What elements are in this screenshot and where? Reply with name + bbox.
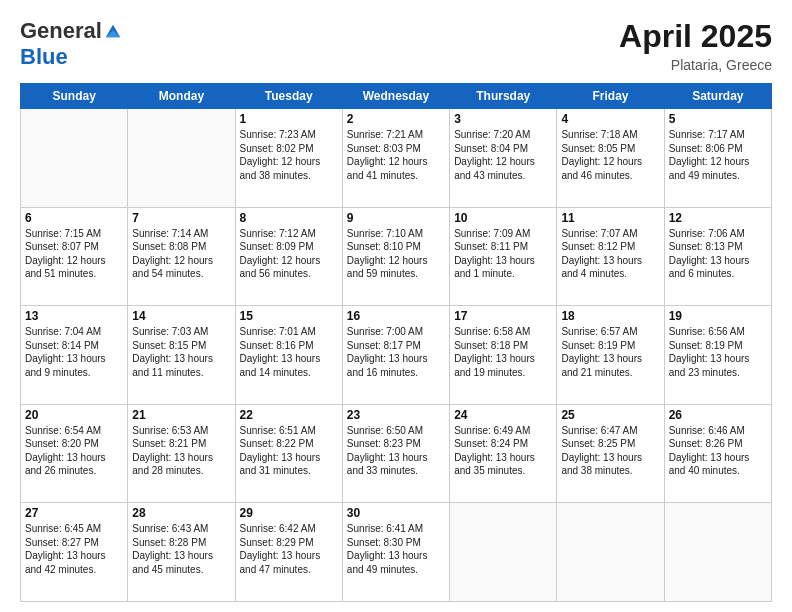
calendar-cell: 28Sunrise: 6:43 AMSunset: 8:28 PMDayligh… — [128, 503, 235, 602]
calendar-cell: 13Sunrise: 7:04 AMSunset: 8:14 PMDayligh… — [21, 306, 128, 405]
day-number: 12 — [669, 211, 767, 225]
calendar-cell: 19Sunrise: 6:56 AMSunset: 8:19 PMDayligh… — [664, 306, 771, 405]
calendar-cell — [128, 109, 235, 208]
day-of-week-header: Saturday — [664, 84, 771, 109]
day-info: Sunrise: 7:07 AMSunset: 8:12 PMDaylight:… — [561, 227, 659, 281]
day-number: 5 — [669, 112, 767, 126]
day-info: Sunrise: 6:42 AMSunset: 8:29 PMDaylight:… — [240, 522, 338, 576]
logo-icon — [104, 22, 122, 40]
day-info: Sunrise: 7:15 AMSunset: 8:07 PMDaylight:… — [25, 227, 123, 281]
page: General Blue April 2025 Plataria, Greece… — [0, 0, 792, 612]
calendar-cell: 20Sunrise: 6:54 AMSunset: 8:20 PMDayligh… — [21, 404, 128, 503]
day-number: 21 — [132, 408, 230, 422]
calendar-week-row: 6Sunrise: 7:15 AMSunset: 8:07 PMDaylight… — [21, 207, 772, 306]
day-info: Sunrise: 7:12 AMSunset: 8:09 PMDaylight:… — [240, 227, 338, 281]
day-number: 4 — [561, 112, 659, 126]
day-number: 20 — [25, 408, 123, 422]
day-info: Sunrise: 6:54 AMSunset: 8:20 PMDaylight:… — [25, 424, 123, 478]
location: Plataria, Greece — [619, 57, 772, 73]
day-number: 14 — [132, 309, 230, 323]
calendar-cell: 26Sunrise: 6:46 AMSunset: 8:26 PMDayligh… — [664, 404, 771, 503]
day-number: 22 — [240, 408, 338, 422]
day-info: Sunrise: 7:00 AMSunset: 8:17 PMDaylight:… — [347, 325, 445, 379]
day-of-week-header: Friday — [557, 84, 664, 109]
day-number: 19 — [669, 309, 767, 323]
day-info: Sunrise: 6:46 AMSunset: 8:26 PMDaylight:… — [669, 424, 767, 478]
month-title: April 2025 — [619, 18, 772, 55]
calendar-cell: 7Sunrise: 7:14 AMSunset: 8:08 PMDaylight… — [128, 207, 235, 306]
day-info: Sunrise: 7:06 AMSunset: 8:13 PMDaylight:… — [669, 227, 767, 281]
logo: General Blue — [20, 18, 122, 70]
calendar-week-row: 27Sunrise: 6:45 AMSunset: 8:27 PMDayligh… — [21, 503, 772, 602]
day-info: Sunrise: 7:10 AMSunset: 8:10 PMDaylight:… — [347, 227, 445, 281]
day-number: 8 — [240, 211, 338, 225]
calendar-cell: 15Sunrise: 7:01 AMSunset: 8:16 PMDayligh… — [235, 306, 342, 405]
day-info: Sunrise: 7:18 AMSunset: 8:05 PMDaylight:… — [561, 128, 659, 182]
day-info: Sunrise: 7:17 AMSunset: 8:06 PMDaylight:… — [669, 128, 767, 182]
day-info: Sunrise: 7:14 AMSunset: 8:08 PMDaylight:… — [132, 227, 230, 281]
day-info: Sunrise: 6:57 AMSunset: 8:19 PMDaylight:… — [561, 325, 659, 379]
day-number: 1 — [240, 112, 338, 126]
calendar-cell: 11Sunrise: 7:07 AMSunset: 8:12 PMDayligh… — [557, 207, 664, 306]
calendar-cell: 24Sunrise: 6:49 AMSunset: 8:24 PMDayligh… — [450, 404, 557, 503]
day-number: 11 — [561, 211, 659, 225]
day-info: Sunrise: 6:50 AMSunset: 8:23 PMDaylight:… — [347, 424, 445, 478]
calendar-cell: 1Sunrise: 7:23 AMSunset: 8:02 PMDaylight… — [235, 109, 342, 208]
day-number: 9 — [347, 211, 445, 225]
logo-text: General — [20, 18, 122, 44]
day-number: 24 — [454, 408, 552, 422]
day-number: 7 — [132, 211, 230, 225]
day-info: Sunrise: 7:21 AMSunset: 8:03 PMDaylight:… — [347, 128, 445, 182]
day-info: Sunrise: 6:45 AMSunset: 8:27 PMDaylight:… — [25, 522, 123, 576]
day-number: 2 — [347, 112, 445, 126]
day-info: Sunrise: 7:23 AMSunset: 8:02 PMDaylight:… — [240, 128, 338, 182]
calendar-cell — [21, 109, 128, 208]
calendar-cell: 9Sunrise: 7:10 AMSunset: 8:10 PMDaylight… — [342, 207, 449, 306]
calendar-cell: 29Sunrise: 6:42 AMSunset: 8:29 PMDayligh… — [235, 503, 342, 602]
calendar-week-row: 1Sunrise: 7:23 AMSunset: 8:02 PMDaylight… — [21, 109, 772, 208]
calendar-cell: 4Sunrise: 7:18 AMSunset: 8:05 PMDaylight… — [557, 109, 664, 208]
title-block: April 2025 Plataria, Greece — [619, 18, 772, 73]
header: General Blue April 2025 Plataria, Greece — [20, 18, 772, 73]
day-number: 18 — [561, 309, 659, 323]
day-info: Sunrise: 7:01 AMSunset: 8:16 PMDaylight:… — [240, 325, 338, 379]
calendar-cell: 27Sunrise: 6:45 AMSunset: 8:27 PMDayligh… — [21, 503, 128, 602]
calendar-cell: 21Sunrise: 6:53 AMSunset: 8:21 PMDayligh… — [128, 404, 235, 503]
logo-general: General — [20, 18, 102, 44]
day-number: 26 — [669, 408, 767, 422]
calendar-cell: 8Sunrise: 7:12 AMSunset: 8:09 PMDaylight… — [235, 207, 342, 306]
day-info: Sunrise: 7:09 AMSunset: 8:11 PMDaylight:… — [454, 227, 552, 281]
calendar-week-row: 13Sunrise: 7:04 AMSunset: 8:14 PMDayligh… — [21, 306, 772, 405]
day-info: Sunrise: 6:41 AMSunset: 8:30 PMDaylight:… — [347, 522, 445, 576]
day-info: Sunrise: 6:58 AMSunset: 8:18 PMDaylight:… — [454, 325, 552, 379]
calendar-cell: 6Sunrise: 7:15 AMSunset: 8:07 PMDaylight… — [21, 207, 128, 306]
calendar-cell: 17Sunrise: 6:58 AMSunset: 8:18 PMDayligh… — [450, 306, 557, 405]
day-info: Sunrise: 7:20 AMSunset: 8:04 PMDaylight:… — [454, 128, 552, 182]
day-info: Sunrise: 6:49 AMSunset: 8:24 PMDaylight:… — [454, 424, 552, 478]
day-of-week-header: Wednesday — [342, 84, 449, 109]
day-info: Sunrise: 6:51 AMSunset: 8:22 PMDaylight:… — [240, 424, 338, 478]
calendar-cell: 2Sunrise: 7:21 AMSunset: 8:03 PMDaylight… — [342, 109, 449, 208]
calendar-cell: 25Sunrise: 6:47 AMSunset: 8:25 PMDayligh… — [557, 404, 664, 503]
calendar-header-row: SundayMondayTuesdayWednesdayThursdayFrid… — [21, 84, 772, 109]
calendar-cell: 5Sunrise: 7:17 AMSunset: 8:06 PMDaylight… — [664, 109, 771, 208]
day-info: Sunrise: 6:47 AMSunset: 8:25 PMDaylight:… — [561, 424, 659, 478]
day-number: 10 — [454, 211, 552, 225]
day-number: 29 — [240, 506, 338, 520]
day-number: 16 — [347, 309, 445, 323]
day-number: 25 — [561, 408, 659, 422]
day-of-week-header: Thursday — [450, 84, 557, 109]
calendar-cell: 10Sunrise: 7:09 AMSunset: 8:11 PMDayligh… — [450, 207, 557, 306]
calendar-cell: 14Sunrise: 7:03 AMSunset: 8:15 PMDayligh… — [128, 306, 235, 405]
day-info: Sunrise: 6:43 AMSunset: 8:28 PMDaylight:… — [132, 522, 230, 576]
day-number: 13 — [25, 309, 123, 323]
calendar-cell: 30Sunrise: 6:41 AMSunset: 8:30 PMDayligh… — [342, 503, 449, 602]
calendar-cell: 18Sunrise: 6:57 AMSunset: 8:19 PMDayligh… — [557, 306, 664, 405]
day-info: Sunrise: 7:03 AMSunset: 8:15 PMDaylight:… — [132, 325, 230, 379]
day-of-week-header: Tuesday — [235, 84, 342, 109]
calendar-cell: 16Sunrise: 7:00 AMSunset: 8:17 PMDayligh… — [342, 306, 449, 405]
calendar-cell — [450, 503, 557, 602]
day-number: 23 — [347, 408, 445, 422]
day-info: Sunrise: 6:56 AMSunset: 8:19 PMDaylight:… — [669, 325, 767, 379]
day-number: 6 — [25, 211, 123, 225]
